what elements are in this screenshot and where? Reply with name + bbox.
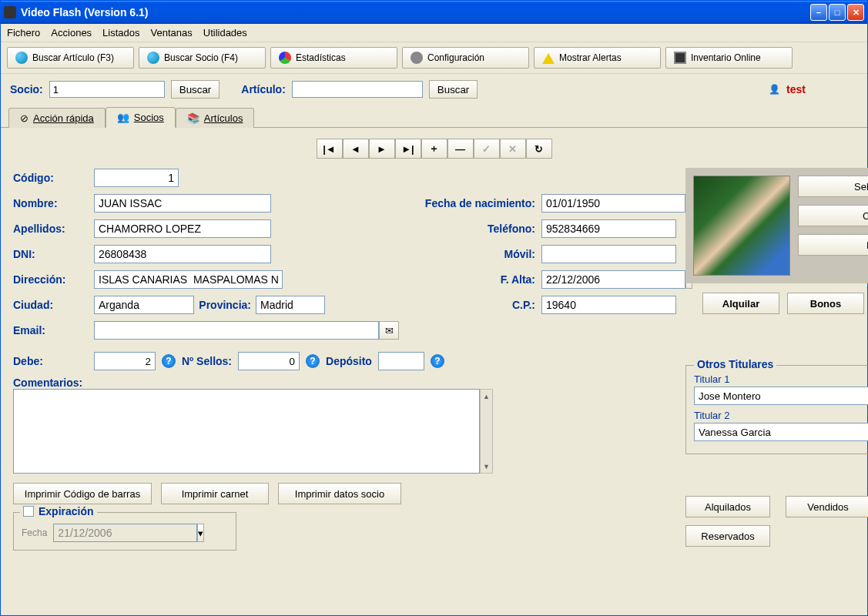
tab-accion-rapida[interactable]: ⊘Acción rápida: [8, 108, 106, 128]
nav-delete[interactable]: —: [447, 139, 474, 159]
record-navigator: |◄ ◄ ► ►| ＋ — ✓ ✕ ↻: [13, 139, 855, 159]
tabstrip: ⊘Acción rápida 👥Socios 📚Artículos: [1, 105, 867, 128]
imprimir-barras-button[interactable]: Imprimir Código de barras: [13, 483, 152, 504]
menu-utilidades[interactable]: Utilidades: [203, 27, 247, 38]
users-icon: 👥: [117, 112, 129, 123]
borrar-button[interactable]: Borrar: [798, 234, 868, 256]
menu-acciones[interactable]: Acciones: [51, 27, 92, 38]
nav-cancel[interactable]: ✕: [500, 139, 526, 159]
toolbar-alertas[interactable]: Mostrar Alertas: [534, 47, 661, 69]
help-icon[interactable]: ?: [306, 354, 320, 368]
member-photo: [693, 176, 790, 276]
ciudad-input[interactable]: [94, 296, 194, 314]
gear-icon: [411, 52, 423, 64]
expiracion-checkbox[interactable]: [23, 506, 34, 517]
alert-icon: [542, 52, 555, 64]
nav-next[interactable]: ►: [369, 139, 395, 159]
titulares-group: Otros Titulares Titular 1 Titular 2: [685, 365, 868, 454]
sellos-input[interactable]: [238, 352, 300, 370]
articulo-input[interactable]: [292, 81, 423, 98]
nav-first[interactable]: |◄: [317, 139, 343, 159]
search-icon: [15, 52, 28, 64]
comentarios-textarea[interactable]: [13, 389, 480, 474]
imprimir-carnet-button[interactable]: Imprimir carnet: [161, 483, 269, 504]
scroll-up-icon[interactable]: ▲: [481, 390, 492, 403]
help-icon[interactable]: ?: [431, 354, 444, 368]
provincia-label: Provincia:: [194, 299, 256, 311]
alquilar-button[interactable]: Alquilar: [702, 293, 779, 314]
minimize-button[interactable]: –: [810, 4, 827, 21]
comentarios-label: Comentarios:: [13, 377, 82, 389]
fnac-input[interactable]: [541, 194, 685, 213]
reservados-button[interactable]: Reservados: [685, 525, 770, 547]
socio-input[interactable]: [49, 81, 165, 98]
nombre-input[interactable]: [94, 194, 271, 213]
maximize-button[interactable]: □: [829, 4, 846, 21]
nav-ok[interactable]: ✓: [474, 139, 500, 159]
codigo-input[interactable]: [94, 169, 179, 187]
toolbar-buscar-socio[interactable]: Buscar Socio (F4): [139, 47, 266, 69]
camara-button[interactable]: Cámara: [798, 205, 868, 226]
chart-icon: [279, 52, 291, 64]
debe-input[interactable]: [94, 352, 156, 370]
email-input[interactable]: [94, 321, 379, 340]
buscar-articulo-button[interactable]: Buscar: [429, 80, 478, 99]
bonos-button[interactable]: Bonos: [787, 293, 864, 314]
tab-socios[interactable]: 👥Socios: [106, 107, 176, 128]
exp-fecha-input: [53, 524, 197, 542]
movil-input[interactable]: [541, 245, 676, 263]
tab-articulos[interactable]: 📚Artículos: [176, 108, 255, 128]
books-icon: 📚: [187, 112, 199, 124]
exp-fecha-dropdown: ▾: [197, 524, 204, 542]
window-title: Video Flash (Version 6.1): [21, 6, 810, 18]
seleccionar-button[interactable]: Seleccionar: [798, 176, 868, 197]
imprimir-datos-button[interactable]: Imprimir datos socio: [278, 483, 401, 504]
sellos-label: Nº Sellos:: [182, 355, 232, 367]
nav-refresh[interactable]: ↻: [526, 139, 552, 159]
apellidos-input[interactable]: [94, 219, 271, 238]
articulo-label: Artículo:: [241, 83, 286, 95]
searchbar: Socio: Buscar Artículo: Buscar 👤 test: [1, 74, 867, 105]
vendidos-button[interactable]: Vendidos: [786, 496, 868, 517]
help-icon[interactable]: ?: [162, 354, 176, 368]
titular1-input[interactable]: [694, 387, 868, 405]
toolbar-estadisticas[interactable]: Estadísticas: [270, 47, 397, 69]
direccion-input[interactable]: [94, 270, 283, 289]
dni-label: DNI:: [13, 248, 94, 260]
expiracion-label: Expiración: [39, 505, 94, 517]
nav-add[interactable]: ＋: [421, 139, 447, 159]
menu-ventanas[interactable]: Ventanas: [151, 27, 193, 38]
menu-fichero[interactable]: Fichero: [7, 27, 40, 38]
telefono-input[interactable]: [541, 219, 676, 238]
scroll-down-icon[interactable]: ▼: [481, 460, 492, 473]
close-button[interactable]: ✕: [847, 4, 864, 21]
titulares-legend: Otros Titulares: [694, 358, 776, 370]
nav-last[interactable]: ►|: [395, 139, 421, 159]
falta-input[interactable]: [541, 270, 685, 289]
photo-panel: Seleccionar Cámara Borrar: [685, 168, 868, 283]
alquilados-button[interactable]: Alquilados: [685, 496, 770, 517]
nombre-label: Nombre:: [13, 197, 94, 209]
falta-label: F. Alta:: [407, 273, 541, 286]
deposito-label: Depósito: [326, 355, 372, 367]
cp-label: C.P.:: [407, 299, 541, 311]
telefono-label: Teléfono:: [407, 223, 541, 235]
dni-input[interactable]: [94, 245, 271, 263]
menubar: Fichero Acciones Listados Ventanas Utili…: [1, 24, 867, 42]
deposito-input[interactable]: [378, 352, 424, 370]
toolbar: Buscar Artículo (F3) Buscar Socio (F4) E…: [1, 42, 867, 74]
monitor-icon: [674, 52, 686, 64]
titular2-input[interactable]: [694, 423, 868, 441]
email-button[interactable]: ✉: [379, 321, 399, 340]
menu-listados[interactable]: Listados: [102, 27, 139, 38]
ciudad-label: Ciudad:: [13, 299, 94, 311]
nav-prev[interactable]: ◄: [343, 139, 369, 159]
toolbar-inventario[interactable]: Inventario Online: [665, 47, 793, 69]
toolbar-buscar-articulo[interactable]: Buscar Artículo (F3): [7, 47, 134, 69]
buscar-socio-button[interactable]: Buscar: [171, 80, 220, 99]
provincia-input[interactable]: [256, 296, 325, 314]
scrollbar[interactable]: ▲▼: [480, 389, 493, 474]
cp-input[interactable]: [541, 296, 676, 314]
expiracion-group: Expiración Fecha ▾: [13, 512, 236, 551]
toolbar-configuracion[interactable]: Configuración: [402, 47, 529, 69]
